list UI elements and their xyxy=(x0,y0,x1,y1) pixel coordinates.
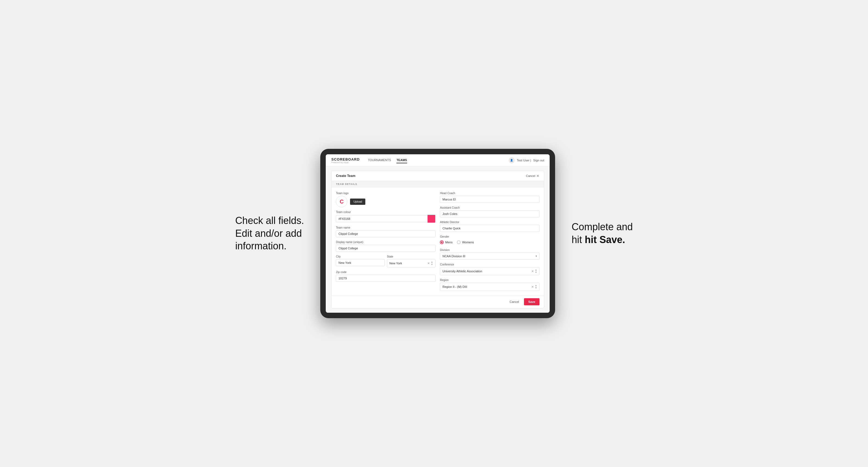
zip-label: Zip code xyxy=(336,271,435,274)
annotation-line2: Edit and/or add xyxy=(235,228,302,239)
head-coach-group: Head Coach xyxy=(440,192,539,203)
user-name: Test User | xyxy=(517,159,531,162)
team-name-input[interactable] xyxy=(336,230,435,237)
conference-value: University Athletic Association xyxy=(442,270,531,273)
region-label: Region xyxy=(440,279,539,282)
gender-womens[interactable]: Womens xyxy=(457,240,474,244)
state-actions: ✕ ▲▼ xyxy=(427,261,433,266)
conference-label: Conference xyxy=(440,263,539,266)
zip-group: Zip code xyxy=(336,271,435,282)
region-chevrons-icon: ▲▼ xyxy=(535,284,537,289)
colour-input[interactable] xyxy=(336,215,427,222)
brand-name: SCOREBOARD xyxy=(331,157,360,161)
tablet-frame: SCOREBOARD Powered by clippi TOURNAMENTS… xyxy=(320,149,555,318)
conference-clear-icon[interactable]: ✕ xyxy=(531,270,534,273)
head-coach-input[interactable] xyxy=(440,196,539,203)
womens-radio-dot[interactable] xyxy=(457,240,461,244)
region-actions: ✕ ▲▼ xyxy=(531,284,537,289)
gender-radio-group: Mens Womens xyxy=(440,239,539,245)
team-logo-label: Team logo xyxy=(336,192,435,195)
athletic-director-group: Athletic Director xyxy=(440,221,539,232)
modal-header: Create Team Cancel ✕ xyxy=(332,171,544,181)
division-label: Division xyxy=(440,249,539,251)
gender-mens[interactable]: Mens xyxy=(440,240,453,244)
modal-card: Create Team Cancel ✕ TEAM DETAILS xyxy=(331,171,544,308)
save-button[interactable]: Save xyxy=(524,298,540,305)
athletic-director-label: Athletic Director xyxy=(440,221,539,224)
athletic-director-input[interactable] xyxy=(440,225,539,232)
zip-input[interactable] xyxy=(336,275,435,282)
state-group: State New York ✕ ▲▼ xyxy=(387,255,436,268)
right-line2: hit Save. xyxy=(585,234,625,245)
section-label: TEAM DETAILS xyxy=(336,183,357,185)
brand: SCOREBOARD Powered by clippi xyxy=(331,157,360,163)
division-select-wrapper: NCAA Division III ▼ xyxy=(440,253,539,260)
modal-title: Create Team xyxy=(336,174,355,178)
logo-area: C Upload xyxy=(336,196,435,207)
cancel-button[interactable]: Cancel xyxy=(507,299,522,305)
sign-out-link[interactable]: Sign out xyxy=(533,159,544,162)
cancel-label: Cancel xyxy=(526,174,535,178)
modal-close-button[interactable]: Cancel ✕ xyxy=(526,174,539,178)
display-name-input[interactable] xyxy=(336,245,435,252)
modal-footer: Cancel Save xyxy=(332,295,544,308)
region-group: Region Region II - (M) DIII ✕ ▲▼ xyxy=(440,279,539,291)
gender-label: Gender xyxy=(440,235,539,238)
mens-label: Mens xyxy=(445,241,453,244)
state-value: New York xyxy=(390,261,427,265)
form-body: Team logo C Upload Team colo xyxy=(332,187,544,295)
annotation-line3: information. xyxy=(235,240,286,251)
assistant-coach-group: Assistant Coach xyxy=(440,206,539,217)
division-group: Division NCAA Division III ▼ xyxy=(440,249,539,260)
navbar-right: 👤 Test User | Sign out xyxy=(509,157,545,163)
conference-select[interactable]: University Athletic Association ✕ ▲▼ xyxy=(440,267,539,275)
left-annotation: Check all fields. Edit and/or add inform… xyxy=(235,214,304,253)
city-group: City xyxy=(336,255,385,268)
assistant-coach-label: Assistant Coach xyxy=(440,206,539,209)
navbar: SCOREBOARD Powered by clippi TOURNAMENTS… xyxy=(326,154,550,166)
colour-swatch[interactable] xyxy=(427,215,435,223)
team-colour-label: Team colour xyxy=(336,211,435,214)
right-col: Head Coach Assistant Coach Athletic Dire… xyxy=(440,192,539,291)
right-line1: Complete and xyxy=(571,221,633,232)
region-value: Region II - (M) DIII xyxy=(442,285,531,288)
nav-teams[interactable]: TEAMS xyxy=(397,157,407,163)
close-icon[interactable]: ✕ xyxy=(536,174,539,178)
display-name-label: Display name (unique) xyxy=(336,241,435,244)
head-coach-label: Head Coach xyxy=(440,192,539,195)
city-input[interactable] xyxy=(336,259,385,266)
state-select[interactable]: New York ✕ ▲▼ xyxy=(387,259,436,268)
user-avatar: 👤 xyxy=(509,157,515,163)
mens-radio-dot[interactable] xyxy=(440,240,444,244)
city-state-group: City State New York ✕ xyxy=(336,255,435,268)
womens-label: Womens xyxy=(462,241,474,244)
region-select[interactable]: Region II - (M) DIII ✕ ▲▼ xyxy=(440,283,539,291)
team-name-group: Team name xyxy=(336,226,435,237)
city-label: City xyxy=(336,255,385,258)
upload-button[interactable]: Upload xyxy=(350,198,365,205)
team-logo-circle: C xyxy=(336,196,347,207)
right-annotation: Complete and hit hit Save. xyxy=(571,221,633,246)
gender-group: Gender Mens Womens xyxy=(440,235,539,245)
nav-links: TOURNAMENTS TEAMS xyxy=(368,157,508,163)
section-header: TEAM DETAILS xyxy=(332,181,544,187)
content-area: Create Team Cancel ✕ TEAM DETAILS xyxy=(326,166,550,313)
team-name-label: Team name xyxy=(336,226,435,229)
city-state-row: City State New York ✕ xyxy=(336,255,435,268)
display-name-group: Display name (unique) xyxy=(336,241,435,252)
region-clear-icon[interactable]: ✕ xyxy=(531,285,534,289)
state-clear-icon[interactable]: ✕ xyxy=(427,261,430,265)
conference-group: Conference University Athletic Associati… xyxy=(440,263,539,275)
division-select[interactable]: NCAA Division III xyxy=(440,253,539,260)
conference-chevrons-icon: ▲▼ xyxy=(535,269,537,274)
team-logo-group: Team logo C Upload xyxy=(336,192,435,207)
left-col: Team logo C Upload Team colo xyxy=(336,192,435,291)
nav-tournaments[interactable]: TOURNAMENTS xyxy=(368,157,391,163)
brand-sub: Powered by clippi xyxy=(331,161,360,163)
conference-actions: ✕ ▲▼ xyxy=(531,269,537,274)
annotation-line1: Check all fields. xyxy=(235,215,304,226)
logo-letter: C xyxy=(340,198,343,205)
tablet-screen: SCOREBOARD Powered by clippi TOURNAMENTS… xyxy=(326,154,550,313)
state-chevrons-icon: ▲▼ xyxy=(431,261,433,266)
assistant-coach-input[interactable] xyxy=(440,210,539,217)
